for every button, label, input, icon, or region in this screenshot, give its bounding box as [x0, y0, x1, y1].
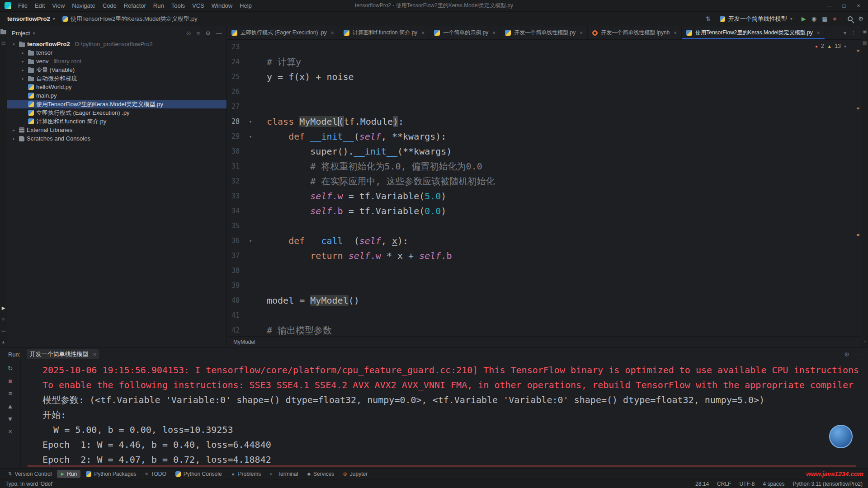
menu-help[interactable]: Help — [236, 1, 255, 10]
code-line[interactable]: 34 self.b = tf.Variable(0.0) — [227, 204, 861, 219]
close-tab-icon[interactable]: × — [580, 30, 583, 36]
fold-icon[interactable]: ▾ — [246, 114, 255, 129]
coverage-button[interactable]: ▦ — [822, 15, 827, 22]
hide-panel-icon[interactable]: — — [216, 30, 222, 37]
chevron-icon[interactable]: ▾ — [11, 42, 17, 47]
status-item[interactable]: 28:14 — [695, 481, 709, 487]
file-breadcrumb[interactable]: 使用TensorFlow2里的Keras.Model类定义模型.py — [62, 15, 198, 23]
code-line[interactable]: 36▾ def __call__(self, x): — [227, 234, 861, 249]
breadcrumb-item[interactable]: MyModel — [233, 339, 255, 345]
toolwindow-run[interactable]: ▶Run — [57, 470, 80, 478]
breadcrumb-bar[interactable]: MyModel — [227, 336, 861, 347]
console-line[interactable]: W = 5.00, b = 0.00, loss=10.39253 — [42, 422, 868, 437]
search-icon[interactable] — [848, 16, 853, 21]
status-item[interactable]: 4 spaces — [763, 481, 784, 487]
panel-settings-icon[interactable]: ⚙ — [205, 30, 211, 37]
status-item[interactable]: CRLF — [717, 481, 731, 487]
console-line[interactable]: 模型参数: (<tf.Variable 'Variable:0' shape=(… — [42, 393, 868, 408]
tree-item[interactable]: ▸Scratches and Consoles — [7, 134, 226, 143]
vcs-update-icon[interactable]: ⇅ — [706, 15, 711, 22]
toolwindow-python-console[interactable]: Python Console — [172, 470, 226, 478]
chevron-icon[interactable]: ▸ — [20, 68, 26, 72]
console-line[interactable]: 开始: — [42, 408, 868, 422]
stop-button[interactable]: ■ — [833, 15, 836, 22]
menu-run[interactable]: Run — [150, 1, 167, 10]
tree-item[interactable]: ▾tensorflowPro2D:\python_pro\tensorflowP… — [7, 40, 226, 48]
run-button[interactable]: ▶ — [802, 15, 806, 22]
toolwindow-version-control[interactable]: ⇅Version Control — [5, 470, 55, 478]
tree-item[interactable]: 计算图和tf.function 简介.py — [7, 117, 226, 126]
locate-file-icon[interactable]: ⊙ — [186, 30, 191, 37]
tree-item[interactable]: ▸自动微分和梯度 — [7, 74, 226, 83]
sciview-tool-icon[interactable]: ▣ — [863, 29, 867, 34]
menu-navigate[interactable]: Navigate — [69, 1, 98, 10]
chevron-icon[interactable]: ▸ — [20, 76, 26, 81]
debug-button[interactable]: ◉ — [811, 15, 816, 22]
run-tool-icon[interactable]: ▶ — [2, 305, 5, 310]
hide-panel-icon[interactable]: — — [856, 351, 862, 358]
collapse-all-icon[interactable]: ≡ — [197, 30, 200, 37]
tree-item[interactable]: helloWorld.py — [7, 83, 226, 91]
tab-options-icon[interactable]: ⋮ — [851, 30, 856, 36]
maximize-button[interactable]: □ — [837, 3, 851, 9]
scroll-down-icon[interactable]: ▼ — [7, 415, 14, 422]
code-editor[interactable]: 2324# 计算y25y = f(x) + noise262728▾class … — [227, 40, 861, 336]
clear-console-icon[interactable]: × — [8, 428, 12, 435]
code-line[interactable]: 26 — [227, 84, 861, 99]
toolwindow-services[interactable]: ◆Services — [303, 470, 338, 478]
rerun-icon[interactable]: ↻ — [8, 365, 13, 372]
code-line[interactable]: 39 — [227, 278, 861, 293]
close-tab-icon[interactable]: × — [421, 30, 425, 36]
close-tab-icon[interactable]: × — [674, 30, 677, 36]
fold-icon[interactable]: ▾ — [246, 234, 255, 249]
terminal-tool-icon[interactable]: ▭ — [1, 328, 5, 333]
problems-tool-icon[interactable]: ▲ — [1, 339, 6, 344]
editor-tab[interactable]: 开发一个简单线性模型.py× — [500, 26, 588, 39]
toolwindow-terminal[interactable]: >_Terminal — [266, 470, 302, 478]
code-line[interactable]: 24# 计算y — [227, 55, 861, 70]
console-line[interactable]: To enable the following instructions: SS… — [42, 378, 868, 393]
project-tool-icon[interactable] — [0, 30, 6, 34]
tree-item[interactable]: ▸变量 (Variable) — [7, 66, 226, 74]
menu-view[interactable]: View — [49, 1, 68, 10]
status-item[interactable]: UTF-8 — [739, 481, 755, 487]
code-line[interactable]: 33 self.w = tf.Variable(5.0) — [227, 189, 861, 204]
close-button[interactable]: × — [852, 3, 865, 9]
status-message[interactable]: Typo: In word 'Odef' — [5, 481, 53, 487]
code-line[interactable]: 42# 输出模型参数 — [227, 323, 861, 336]
menu-refactor[interactable]: Refactor — [121, 1, 149, 10]
close-tab-icon[interactable]: × — [817, 30, 820, 36]
chevron-icon[interactable]: ▸ — [11, 128, 17, 132]
console-line[interactable]: Epoch 1: W = 4.46, b = 0.40, loss=6.4484… — [42, 437, 868, 452]
menu-window[interactable]: Window — [208, 1, 236, 10]
menu-file[interactable]: File — [15, 1, 31, 10]
code-line[interactable]: 38 — [227, 263, 861, 278]
close-tab-icon[interactable]: × — [492, 30, 495, 36]
chevron-icon[interactable]: ▸ — [20, 51, 26, 55]
console-line[interactable]: 2025-10-06 19:15:56.904153: I tensorflow… — [42, 363, 868, 378]
menu-edit[interactable]: Edit — [32, 1, 48, 10]
close-tab-icon[interactable]: × — [93, 351, 96, 358]
tree-item[interactable]: ▸External Libraries — [7, 126, 226, 134]
code-line[interactable]: 25y = f(x) + noise — [227, 70, 861, 84]
toolwindow-python-packages[interactable]: Python Packages — [82, 470, 140, 478]
database-tool-icon[interactable]: ▤ — [863, 40, 867, 45]
code-line[interactable]: 40model = MyModel() — [227, 293, 861, 308]
minimize-button[interactable]: — — [823, 3, 836, 9]
editor-tab[interactable]: 使用TensorFlow2里的Keras.Model类定义模型.py× — [682, 26, 825, 39]
tree-item[interactable]: ▸venvlibrary root — [7, 57, 226, 66]
soft-wrap-icon[interactable]: ≡ — [8, 390, 12, 397]
notifications-bell-icon[interactable]: ◔ — [863, 339, 866, 344]
inspections-widget[interactable]: ● 2 ▲ 13 ▾ — [812, 42, 849, 50]
editor-tab[interactable]: 一个简单的示例.py× — [429, 26, 500, 39]
code-line[interactable]: 35 — [227, 219, 861, 234]
stop-icon[interactable]: ■ — [8, 377, 12, 385]
tree-item[interactable]: main.py — [7, 91, 226, 100]
fold-icon[interactable]: ▾ — [246, 129, 255, 144]
run-settings-gear-icon[interactable]: ⚙ — [844, 351, 849, 358]
code-line[interactable]: 41 — [227, 308, 861, 323]
project-panel-title[interactable]: Project — [12, 30, 30, 37]
editor-tab[interactable]: 立即执行模式 (Eager Execution) .py× — [227, 26, 339, 39]
status-item[interactable]: Python 3.11 (tensorflowPro2) — [793, 481, 863, 487]
code-line[interactable]: 37 return self.w * x + self.b — [227, 249, 861, 263]
